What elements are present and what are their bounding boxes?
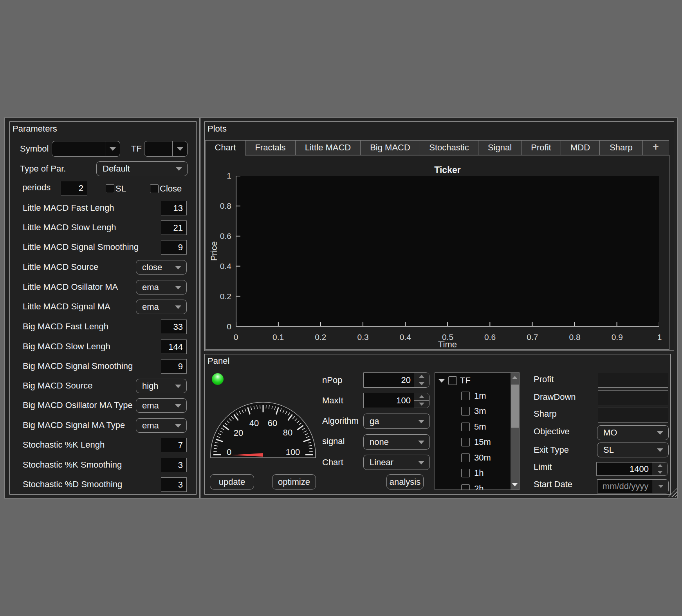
tree-item[interactable]: 1h bbox=[435, 465, 511, 481]
param-row-label: Little MACD Fast Lengh bbox=[23, 201, 114, 215]
analysis-button[interactable]: analysis bbox=[386, 474, 424, 490]
npop-value[interactable]: 20 bbox=[364, 373, 415, 387]
chevron-down-icon bbox=[657, 431, 663, 435]
tree-item-checkbox[interactable] bbox=[461, 453, 470, 462]
close-checkbox[interactable] bbox=[150, 184, 159, 193]
scrollbar-down-button[interactable] bbox=[511, 480, 519, 490]
symbol-combobox[interactable] bbox=[52, 141, 120, 157]
tab-fractals[interactable]: Fractals bbox=[245, 140, 296, 155]
param-row-field[interactable]: 21 bbox=[161, 220, 187, 235]
tab-profit[interactable]: Profit bbox=[521, 140, 561, 155]
tree-item-checkbox[interactable] bbox=[461, 423, 470, 431]
spin-up-button[interactable] bbox=[414, 373, 429, 380]
signal-dropdown[interactable]: none bbox=[363, 434, 430, 450]
tab-little-macd[interactable]: Little MACD bbox=[296, 140, 361, 155]
tree-item[interactable]: 3m bbox=[435, 403, 511, 419]
tab-stochastic[interactable]: Stochastic bbox=[420, 140, 478, 155]
symbol-combobox-button[interactable] bbox=[105, 141, 120, 156]
npop-spinner[interactable]: 20 bbox=[363, 372, 429, 388]
limit-spinner[interactable]: 1400 bbox=[596, 462, 668, 476]
param-row-field[interactable]: 13 bbox=[161, 201, 187, 215]
param-row-field[interactable]: 3 bbox=[161, 458, 187, 472]
pane-splitter[interactable] bbox=[199, 118, 201, 498]
spin-down-button[interactable] bbox=[414, 401, 429, 408]
tree-item-checkbox[interactable] bbox=[461, 484, 470, 490]
param-row-field[interactable]: 7 bbox=[161, 438, 187, 452]
tab-mdd[interactable]: MDD bbox=[561, 140, 600, 155]
tab-sharp[interactable]: Sharp bbox=[600, 140, 643, 155]
tab-big-macd[interactable]: Big MACD bbox=[361, 140, 420, 155]
sharp-label: Sharp bbox=[534, 406, 557, 421]
tree-item[interactable]: 1m bbox=[435, 388, 511, 404]
scrollbar-up-button[interactable] bbox=[511, 373, 519, 382]
objective-dropdown[interactable]: MO bbox=[597, 425, 669, 440]
chart-ylabel: Price bbox=[209, 235, 219, 267]
scrollbar-thumb[interactable] bbox=[511, 385, 519, 428]
x-tick-label: 0.2 bbox=[309, 332, 332, 342]
tree-item-checkbox[interactable] bbox=[461, 407, 470, 415]
tree-item[interactable]: 15m bbox=[435, 434, 511, 450]
param-row-field[interactable]: 3 bbox=[161, 477, 187, 492]
periods-field[interactable]: 2 bbox=[61, 181, 87, 195]
tf-combobox-button[interactable] bbox=[172, 141, 187, 156]
param-row-dropdown-value: ema bbox=[142, 401, 159, 410]
x-tick-label: 0.7 bbox=[521, 332, 544, 342]
param-row-dropdown[interactable]: ema bbox=[136, 280, 187, 294]
param-row-label: Stochastic %D Smoothing bbox=[23, 477, 122, 492]
tree-item-label: 3m bbox=[474, 403, 486, 419]
tree-item-label: 5m bbox=[474, 419, 486, 435]
spin-up-button[interactable] bbox=[652, 462, 668, 469]
sl-checkbox[interactable] bbox=[106, 184, 114, 193]
chart-xlabel: Time bbox=[408, 340, 487, 350]
algorithm-dropdown[interactable]: ga bbox=[363, 414, 430, 429]
tab-chart[interactable]: Chart bbox=[205, 140, 245, 155]
tree-item-checkbox[interactable] bbox=[461, 469, 470, 477]
chart-type-dropdown[interactable]: Linear bbox=[363, 455, 430, 470]
tab-add[interactable]: + bbox=[643, 140, 669, 155]
optimize-button[interactable]: optimize bbox=[272, 474, 316, 490]
start-date-picker[interactable]: mm/dd/yyyy bbox=[597, 479, 669, 493]
param-row-field[interactable]: 9 bbox=[161, 359, 187, 374]
param-row-field[interactable]: 9 bbox=[161, 240, 187, 255]
tree-item[interactable]: 30m bbox=[435, 450, 511, 466]
tree-root-row[interactable]: TF bbox=[435, 373, 511, 388]
gauge-label: 60 bbox=[268, 418, 277, 428]
param-row-label: Big MACD Signal Smoothing bbox=[23, 359, 133, 374]
param-row-label: Little MACD Source bbox=[23, 260, 98, 275]
tree-item-checkbox[interactable] bbox=[461, 438, 470, 446]
exit-type-dropdown[interactable]: SL bbox=[597, 443, 669, 457]
timeframe-tree: TF 1m 3m 5m 15m bbox=[435, 372, 520, 490]
spin-down-button[interactable] bbox=[414, 380, 429, 387]
symbol-label: Symbol bbox=[20, 141, 49, 156]
param-row-field[interactable]: 144 bbox=[161, 340, 187, 354]
param-row-dropdown[interactable]: ema bbox=[136, 398, 187, 413]
param-row-dropdown[interactable]: ema bbox=[136, 300, 187, 314]
type-of-par-dropdown[interactable]: Default bbox=[96, 161, 188, 176]
start-date-placeholder[interactable]: mm/dd/yyyy bbox=[597, 480, 653, 493]
param-row-dropdown[interactable]: high bbox=[136, 379, 187, 393]
limit-value[interactable]: 1400 bbox=[597, 462, 653, 475]
tree-root-label: TF bbox=[460, 373, 471, 388]
param-row-dropdown-value: high bbox=[142, 381, 159, 391]
gauge: 0 20 40 60 80 100 bbox=[206, 399, 323, 462]
update-button[interactable]: update bbox=[210, 474, 254, 490]
tree-item[interactable]: 5m bbox=[435, 419, 511, 435]
chevron-down-icon bbox=[175, 385, 181, 388]
maxit-value[interactable]: 100 bbox=[364, 393, 415, 408]
param-row-dropdown[interactable]: close bbox=[136, 260, 187, 275]
tab-signal[interactable]: Signal bbox=[478, 140, 521, 155]
tree-expander-icon[interactable] bbox=[438, 379, 445, 383]
tree-root-checkbox[interactable] bbox=[448, 376, 457, 385]
tf-combobox[interactable] bbox=[144, 141, 188, 157]
tree-item-checkbox[interactable] bbox=[461, 392, 470, 400]
param-row-label: Stochastic %K Lengh bbox=[23, 437, 105, 452]
tree-item[interactable]: 2h bbox=[435, 481, 511, 490]
param-row-dropdown[interactable]: ema bbox=[136, 418, 187, 433]
maxit-spinner[interactable]: 100 bbox=[363, 393, 429, 408]
param-row-field[interactable]: 33 bbox=[161, 320, 187, 334]
spin-up-button[interactable] bbox=[414, 393, 429, 401]
param-row-label: Big MACD Source bbox=[23, 378, 93, 393]
tree-scrollbar[interactable] bbox=[511, 373, 519, 490]
start-date-button[interactable] bbox=[653, 480, 668, 493]
spin-down-button[interactable] bbox=[652, 469, 668, 475]
